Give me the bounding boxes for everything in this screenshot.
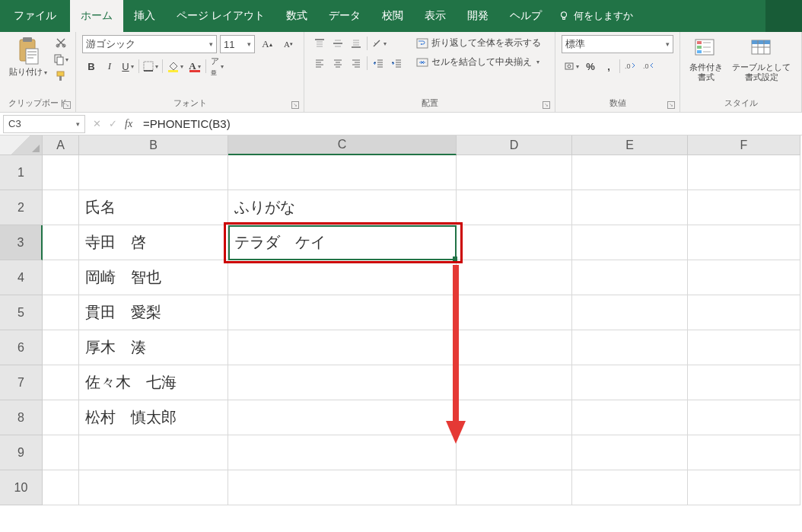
cell-A9[interactable] [43,435,79,470]
cell-A3[interactable] [43,225,79,260]
cell-D1[interactable] [457,155,572,190]
decrease-indent-button[interactable] [369,55,387,72]
cell-F8[interactable] [688,400,800,435]
cell-D6[interactable] [457,330,572,365]
formula-cancel-button[interactable]: ✕ [93,118,101,129]
cell-A6[interactable] [43,330,79,365]
cell-C10[interactable] [228,470,457,505]
clipboard-dialog-launcher[interactable]: ↘ [63,101,71,109]
font-size-combo[interactable]: 11▾ [220,35,255,53]
align-center-button[interactable] [329,55,347,72]
tab-formulas[interactable]: 数式 [275,0,318,32]
cell-D10[interactable] [457,470,572,505]
copy-button[interactable]: ▾ [53,52,68,67]
align-top-button[interactable] [310,35,329,52]
borders-button[interactable]: ▾ [141,58,161,75]
cell-E6[interactable] [572,330,688,365]
cell-D2[interactable] [457,190,572,225]
format-painter-button[interactable] [53,68,68,84]
number-format-combo[interactable]: 標準▾ [562,35,673,53]
row-header-9[interactable]: 9 [0,435,43,470]
cell-A8[interactable] [43,400,79,435]
cell-B4[interactable]: 岡崎 智也 [79,260,228,295]
cell-C7[interactable] [228,365,457,400]
tab-file[interactable]: ファイル [0,0,70,32]
cell-C3[interactable]: テラダ ケイ [228,225,457,260]
cut-button[interactable] [53,35,68,50]
cell-C5[interactable] [228,295,457,330]
align-middle-button[interactable] [329,35,347,52]
cell-E8[interactable] [572,400,688,435]
cell-A4[interactable] [43,260,79,295]
cell-D7[interactable] [457,365,572,400]
cell-F7[interactable] [688,365,800,400]
cell-B7[interactable]: 佐々木 七海 [79,365,228,400]
cell-C4[interactable] [228,260,457,295]
tab-view[interactable]: 表示 [414,0,457,32]
decrease-decimal-button[interactable]: .0 [640,58,658,75]
cell-D9[interactable] [457,435,572,470]
font-name-combo[interactable]: 游ゴシック▾ [82,35,217,53]
comma-button[interactable]: , [600,58,618,75]
col-header-B[interactable]: B [79,135,228,155]
cell-B9[interactable] [79,435,228,470]
cell-D4[interactable] [457,260,572,295]
cell-C8[interactable] [228,400,457,435]
cell-F3[interactable] [688,225,800,260]
name-box-dropdown[interactable]: ▾ [76,120,80,128]
cell-E10[interactable] [572,470,688,505]
cell-A10[interactable] [43,470,79,505]
cell-D5[interactable] [457,295,572,330]
font-color-button[interactable]: A▾ [186,58,204,75]
cell-B2[interactable]: 氏名 [79,190,228,225]
cell-D8[interactable] [457,400,572,435]
cell-F2[interactable] [688,190,800,225]
cell-C9[interactable] [228,435,457,470]
tab-help[interactable]: ヘルプ [499,0,552,32]
font-dialog-launcher[interactable]: ↘ [291,101,299,109]
name-box[interactable]: C3 ▾ [3,115,85,133]
cell-F9[interactable] [688,435,800,470]
align-bottom-button[interactable] [347,35,365,52]
row-header-7[interactable]: 7 [0,365,43,400]
wrap-text-button[interactable]: 折り返して全体を表示する [413,35,544,51]
align-left-button[interactable] [310,55,329,72]
col-header-E[interactable]: E [572,135,688,155]
tab-home[interactable]: ホーム [70,0,123,32]
cell-B10[interactable] [79,470,228,505]
row-header-10[interactable]: 10 [0,470,43,505]
percent-button[interactable]: % [581,58,600,75]
row-header-1[interactable]: 1 [0,155,43,190]
cell-A7[interactable] [43,365,79,400]
row-header-4[interactable]: 4 [0,260,43,295]
col-header-A[interactable]: A [43,135,79,155]
cell-E1[interactable] [572,155,688,190]
cell-C6[interactable] [228,330,457,365]
row-header-2[interactable]: 2 [0,190,43,225]
cell-B5[interactable]: 貫田 愛梨 [79,295,228,330]
increase-decimal-button[interactable]: .0 [622,58,640,75]
underline-button[interactable]: U▾ [119,58,137,75]
merge-center-button[interactable]: セルを結合して中央揃え▾ [413,54,544,70]
bold-button[interactable]: B [82,58,100,75]
number-dialog-launcher[interactable]: ↘ [667,101,675,109]
col-header-F[interactable]: F [688,135,800,155]
cell-F10[interactable] [688,470,800,505]
conditional-formatting-button[interactable]: 条件付き 書式 [686,35,726,84]
phonetic-guide-button[interactable]: ア亜▾ [208,58,226,75]
cell-A5[interactable] [43,295,79,330]
tell-me-search[interactable]: 何をしますか [559,9,633,23]
cell-D3[interactable] [457,225,572,260]
cell-E7[interactable] [572,365,688,400]
cell-E9[interactable] [572,435,688,470]
increase-indent-button[interactable] [387,55,406,72]
tab-developer[interactable]: 開発 [457,0,499,32]
cell-F4[interactable] [688,260,800,295]
row-header-5[interactable]: 5 [0,295,43,330]
select-all-button[interactable] [0,135,43,155]
cell-E4[interactable] [572,260,688,295]
cell-E3[interactable] [572,225,688,260]
accounting-format-button[interactable]: ▾ [562,58,581,75]
tab-review[interactable]: 校閲 [371,0,414,32]
formula-enter-button[interactable]: ✓ [109,118,117,129]
